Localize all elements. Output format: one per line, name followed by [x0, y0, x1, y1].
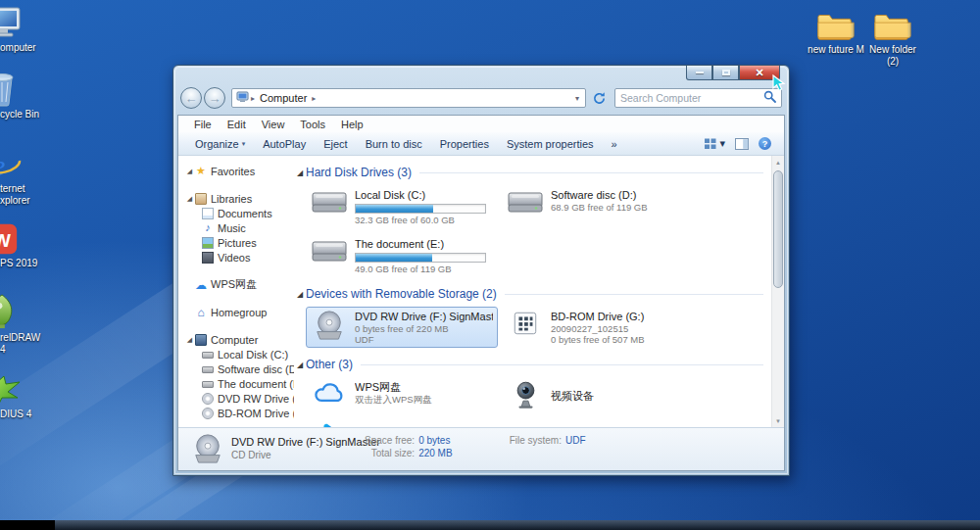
vertical-scrollbar[interactable]: ▲ ▼	[771, 156, 784, 427]
expander-icon[interactable]: ◢	[184, 168, 195, 175]
group-rule	[361, 364, 763, 365]
menu-edit[interactable]: Edit	[220, 119, 254, 130]
address-crumb[interactable]: Computer	[257, 92, 310, 104]
capacity-fill	[356, 205, 433, 213]
scrollbar-thumb[interactable]	[773, 170, 783, 288]
item-item[interactable]: 腾讯视频	[306, 418, 498, 427]
forward-button[interactable]: →	[204, 87, 225, 109]
toolbar-autoplay[interactable]: AutoPlay	[254, 138, 315, 150]
minimize-button[interactable]	[686, 66, 712, 80]
sidebar-item-favorites[interactable]: ◢Favorites	[178, 164, 294, 178]
menu-help[interactable]: Help	[333, 119, 371, 130]
crumb-separator-icon: ▸	[249, 94, 257, 103]
sidebar-item-computer[interactable]: ◢Computer	[178, 332, 294, 347]
search-input[interactable]	[620, 92, 763, 104]
search-icon[interactable]	[763, 89, 776, 107]
item-local-disk-c[interactable]: Local Disk (C:)32.3 GB free of 60.0 GB	[306, 185, 498, 228]
sidebar-item-videos[interactable]: Videos	[178, 250, 294, 265]
item-wps[interactable]: WPS网盘双击进入WPS网盘	[306, 377, 498, 412]
wps-2019-icon: W	[0, 217, 25, 257]
start-area[interactable]	[0, 520, 55, 530]
library-icon	[195, 193, 207, 205]
drive-icon	[202, 352, 214, 359]
sidebar-item-homegroup[interactable]: Homegroup	[178, 305, 294, 319]
drive-icon	[202, 366, 214, 373]
sidebar-item-bd-rom-drive-g[interactable]: BD-ROM Drive (G	[178, 406, 294, 420]
sidebar-item-wps[interactable]: WPS网盘	[178, 277, 294, 292]
collapse-arrow-icon[interactable]: ◢	[294, 169, 306, 177]
desktop-folder-new-future-m[interactable]: new future M	[808, 4, 864, 56]
scroll-down-icon[interactable]: ▼	[772, 414, 784, 427]
item-bd-rom-drive-g[interactable]: BD-ROM Drive (G:)20090227_1025150 bytes …	[502, 307, 694, 348]
group-header-devices-with-removable-storage-2[interactable]: ◢Devices with Removable Storage (2)	[294, 285, 771, 303]
maximize-icon	[722, 70, 730, 75]
cloud-icon	[311, 380, 348, 406]
sidebar-item-software-disc-d[interactable]: Software disc (D:	[178, 361, 294, 376]
item-software-disc-d[interactable]: Software disc (D:)68.9 GB free of 119 GB	[502, 185, 694, 228]
taskbar[interactable]	[0, 520, 980, 530]
desktop-icon-recycle-bin[interactable]: cycle Bin	[0, 69, 71, 120]
toolbar-organize[interactable]: Organize▾	[186, 138, 254, 150]
music-icon	[202, 222, 214, 234]
cloud-icon	[195, 279, 207, 291]
change-view-button[interactable]: ▾	[700, 137, 730, 150]
item-name: The document (E:)	[355, 238, 486, 251]
toolbar-eject[interactable]: Eject	[315, 138, 356, 150]
sidebar-item-pictures[interactable]: Pictures	[178, 235, 294, 250]
desktop-icon-label: relDRAW 4	[0, 332, 71, 356]
address-bar[interactable]: ▸ Computer ▸ ▾	[231, 88, 586, 108]
address-dropdown-icon[interactable]: ▾	[573, 94, 581, 103]
desktop-icon-edius[interactable]: DIUS 4	[0, 368, 71, 420]
item-item[interactable]: 视频设备	[502, 377, 694, 412]
refresh-button[interactable]	[589, 88, 609, 108]
item-dvd-rw-drive-f-signmaster[interactable]: DVD RW Drive (F:) SignMaster0 bytes free…	[306, 307, 498, 348]
item-detail: 49.0 GB free of 119 GB	[355, 264, 486, 274]
disc-icon	[202, 408, 214, 419]
detail-value: UDF	[565, 435, 586, 446]
sidebar-item-music[interactable]: Music	[178, 220, 294, 235]
coreldraw-icon	[0, 292, 25, 331]
desktop-icon-label: DIUS 4	[0, 409, 71, 420]
menu-view[interactable]: View	[254, 119, 293, 130]
desktop-icon-internet-explorer[interactable]: eternet xplorer	[0, 143, 71, 207]
capacity-fill	[356, 254, 432, 262]
desktop-icon-coreldraw[interactable]: relDRAW 4	[0, 292, 71, 356]
desktop-icon-wps-2019[interactable]: WPS 2019	[0, 217, 71, 269]
disc-icon	[202, 393, 214, 405]
svg-text:e: e	[0, 149, 5, 181]
expander-icon[interactable]: ◢	[184, 195, 195, 203]
desktop-icon-label: ternet xplorer	[0, 183, 71, 207]
scroll-up-icon[interactable]: ▲	[772, 156, 784, 169]
help-button[interactable]: ?	[754, 137, 776, 150]
collapse-arrow-icon[interactable]: ◢	[294, 290, 306, 299]
desktop-icon-computer[interactable]: omputer	[0, 2, 71, 54]
sidebar-item-label: Videos	[218, 252, 250, 264]
sidebar-item-documents[interactable]: Documents	[178, 206, 294, 220]
toolbar-properties[interactable]: Properties	[431, 138, 498, 150]
toolbar-burn-to-disc[interactable]: Burn to disc	[357, 138, 431, 150]
menu-bar: FileEditViewToolsHelp	[178, 116, 784, 132]
toolbar-item[interactable]: »	[603, 138, 626, 150]
toolbar-system-properties[interactable]: System properties	[498, 138, 603, 150]
details-title: DVD RW Drive (F:) SignMaster	[231, 436, 380, 450]
menu-tools[interactable]: Tools	[292, 119, 333, 130]
desktop-folder-new-folder-2[interactable]: New folder (2)	[864, 4, 921, 68]
sidebar-item-label: Software disc (D:	[218, 363, 294, 375]
group-header-other-3[interactable]: ◢Other (3)	[294, 356, 771, 373]
sidebar-item-libraries[interactable]: ◢Libraries	[178, 191, 294, 206]
search-box[interactable]	[614, 88, 782, 108]
crumb-chevron-icon[interactable]: ▸	[310, 94, 318, 103]
sidebar-item-the-document-e[interactable]: The document (E:	[178, 376, 294, 391]
expander-icon[interactable]: ◢	[184, 336, 195, 344]
maximize-button[interactable]	[712, 66, 739, 80]
menu-file[interactable]: File	[186, 119, 220, 130]
group-header-hard-disk-drives-3[interactable]: ◢Hard Disk Drives (3)	[294, 164, 771, 181]
item-detail: 68.9 GB free of 119 GB	[551, 202, 648, 213]
back-button[interactable]: ←	[180, 87, 202, 109]
sidebar-item-local-disk-c[interactable]: Local Disk (C:)	[178, 347, 294, 361]
item-the-document-e[interactable]: The document (E:)49.0 GB free of 119 GB	[306, 234, 498, 277]
sidebar-item-dvd-rw-drive-f[interactable]: DVD RW Drive (F:	[178, 391, 294, 406]
preview-pane-button[interactable]	[730, 138, 754, 150]
close-button[interactable]: ✕	[739, 66, 780, 80]
collapse-arrow-icon[interactable]: ◢	[294, 361, 306, 369]
